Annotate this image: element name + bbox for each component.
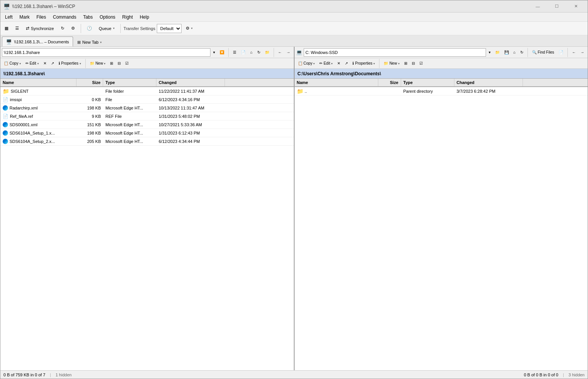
left-file-list[interactable]: Name Size Type Changed 📁SIGLENT File fol… [0, 79, 294, 370]
right-icon-btn-1[interactable]: 📁 [493, 49, 502, 56]
right-check-btn[interactable]: ☑ [417, 60, 425, 67]
file-size-cell [76, 90, 103, 92]
right-file-list[interactable]: Name Size Type Changed 📁.. Parent direct… [295, 79, 588, 370]
table-row[interactable]: 📁SIGLENT File folder 11/22/2022 11:41:37… [0, 87, 294, 95]
transfer-settings-label: Transfer Settings [124, 26, 155, 31]
right-drive-icon: 💻 [296, 49, 302, 55]
restore-button[interactable]: ☐ [548, 1, 566, 12]
queue-button[interactable]: Queue ▾ [96, 23, 117, 34]
properties-icon: ℹ [59, 61, 60, 65]
right-action-sep [379, 59, 379, 68]
right-col-name-header[interactable]: Name [295, 79, 378, 86]
file-changed-cell: 10/13/2022 11:31:47 AM [156, 105, 225, 111]
menu-files[interactable]: Files [33, 14, 49, 21]
left-icon-btn-1[interactable]: ☰ [231, 49, 238, 56]
menu-left[interactable]: Left [2, 14, 16, 21]
toolbar-icon-btn-4[interactable]: ⚙ [69, 23, 78, 34]
right-home-btn[interactable]: ⌂ [512, 49, 518, 56]
right-col-size-header[interactable]: Size [378, 79, 401, 86]
right-fwd-btn[interactable]: → [578, 49, 586, 56]
right-edit-icon: ✏ [319, 61, 322, 65]
edit-icon: ✏ [25, 61, 29, 65]
left-minus-btn[interactable]: ⊟ [116, 60, 123, 67]
left-icon-btn-3[interactable]: 📁 [263, 49, 271, 56]
toolbar-sep-2 [120, 24, 121, 33]
left-refresh-btn[interactable]: ↻ [255, 49, 262, 56]
left-col-type-header[interactable]: Type [103, 79, 156, 86]
move-icon: ↗ [51, 61, 54, 65]
left-new-button[interactable]: 📁 New ▾ [88, 60, 108, 67]
right-back-btn[interactable]: ← [570, 49, 578, 56]
file-changed-cell: 6/12/2023 4:34:16 PM [156, 97, 225, 103]
table-row[interactable]: Radarchirp.xml 198 KB Microsoft Edge HT.… [0, 104, 294, 112]
left-col-changed-header[interactable]: Changed [156, 79, 225, 86]
right-copy-button[interactable]: 📋 Copy ▾ [296, 60, 317, 67]
left-copy-button[interactable]: 📋 Copy ▾ [2, 60, 23, 67]
table-row[interactable]: SDS6104A_Setup_2.x... 205 KB Microsoft E… [0, 137, 294, 146]
find-files-icon: 🔍 [532, 50, 537, 54]
queue-section: Queue ▾ [96, 23, 117, 34]
file-name-cell: 📄Ref_fileA.ref [0, 113, 76, 120]
menu-right[interactable]: Right [119, 14, 136, 21]
table-row[interactable]: SDS6104A_Setup_1.x... 198 KB Microsoft E… [0, 129, 294, 137]
left-check-btn[interactable]: ☑ [123, 60, 131, 67]
right-minus-btn[interactable]: ⊟ [410, 60, 417, 67]
table-row[interactable]: 📄Ref_fileA.ref 9 KB REF File 1/31/2023 5… [0, 112, 294, 121]
transfer-default-select[interactable]: Default [157, 24, 182, 33]
right-hidden-text: 3 hidden [569, 373, 585, 377]
right-move-button[interactable]: ↗ [343, 60, 350, 67]
left-edit-button[interactable]: ✏ Edit ▾ [24, 60, 41, 67]
clock-icon: 🕐 [87, 26, 92, 31]
queue-arrow-icon: ▾ [113, 27, 115, 30]
right-col-type-header[interactable]: Type [401, 79, 454, 86]
toolbar-sep-1 [81, 24, 81, 33]
right-icon-btn-3[interactable]: 📄 [557, 49, 565, 56]
toolbar-icon-btn-2[interactable]: ☰ [13, 23, 22, 34]
left-go-button[interactable]: ▾ [211, 49, 217, 56]
menu-options[interactable]: Options [97, 14, 118, 21]
toolbar-icon-btn-1[interactable]: ▦ [2, 23, 11, 34]
menu-help[interactable]: Help [137, 14, 152, 21]
toolbar-icon-btn-3[interactable]: ↻ [58, 23, 67, 34]
table-row[interactable]: 📁.. Parent directory 3/7/2023 6:28:42 PM [295, 87, 588, 95]
active-tab[interactable]: 🖥️ \\192.168.1.3\... – Documents [2, 36, 73, 46]
synchronize-button[interactable]: ⇄ Synchronize [23, 23, 57, 34]
left-filter-button[interactable]: 🔽 [218, 49, 226, 56]
menu-tabs[interactable]: Tabs [80, 14, 96, 21]
left-fwd-btn[interactable]: → [285, 49, 292, 56]
toolbar-icon-btn-5[interactable]: 🕐 [84, 23, 95, 34]
right-edit-button[interactable]: ✏ Edit ▾ [317, 60, 335, 67]
left-properties-button[interactable]: ℹ Properties ▾ [57, 60, 83, 67]
right-icon-btn-2[interactable]: 💾 [502, 49, 511, 56]
right-go-button[interactable]: ▾ [487, 49, 492, 56]
left-delete-button[interactable]: ✕ [41, 60, 48, 67]
left-path-input[interactable] [2, 48, 210, 57]
right-new-button[interactable]: 📁 New ▾ [382, 60, 402, 67]
left-icon-btn-2[interactable]: 📄 [239, 49, 247, 56]
right-refresh-btn[interactable]: ↻ [518, 49, 525, 56]
table-row[interactable]: 📄imsspi 0 KB File 6/12/2023 4:34:16 PM [0, 95, 294, 104]
left-col-name-header[interactable]: Name [0, 79, 76, 86]
right-delete-button[interactable]: ✕ [335, 60, 342, 67]
new-tab-button[interactable]: ⊞ New Tab ▾ [74, 38, 105, 46]
left-addplus-btn[interactable]: ⊞ [108, 60, 115, 67]
right-sep-2 [567, 48, 568, 57]
edge-icon [3, 122, 8, 127]
right-path-input[interactable] [304, 48, 486, 57]
left-col-size-header[interactable]: Size [76, 79, 103, 86]
right-copy-arrow-icon: ▾ [313, 62, 315, 65]
toolbar-icon-btn-6[interactable]: ⚙ ▾ [183, 23, 195, 34]
close-button[interactable]: ✕ [567, 1, 585, 12]
table-row[interactable]: SDS00001.xml 151 KB Microsoft Edge HT...… [0, 121, 294, 129]
left-move-button[interactable]: ↗ [49, 60, 56, 67]
menu-mark[interactable]: Mark [16, 14, 33, 21]
right-properties-button[interactable]: ℹ Properties ▾ [351, 60, 377, 67]
left-home-btn[interactable]: ⌂ [248, 49, 254, 56]
file-size-cell [378, 90, 401, 92]
right-addplus-btn[interactable]: ⊞ [402, 60, 409, 67]
minimize-button[interactable]: — [529, 1, 547, 12]
menu-commands[interactable]: Commands [50, 14, 79, 21]
right-col-changed-header[interactable]: Changed [454, 79, 523, 86]
left-back-btn[interactable]: ← [276, 49, 284, 56]
right-find-files-button[interactable]: 🔍 Find Files [530, 49, 556, 56]
